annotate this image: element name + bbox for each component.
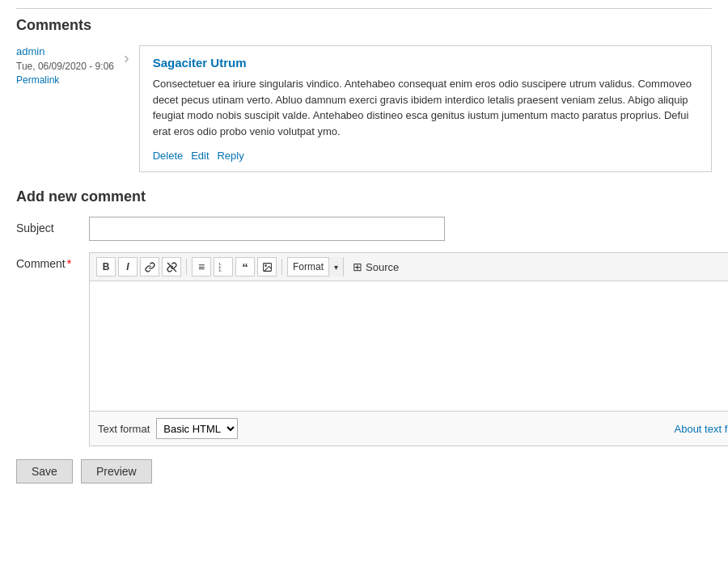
text-format-left: Text format Basic HTML Full HTML Plain t…: [98, 418, 238, 439]
edit-link[interactable]: Edit: [191, 150, 209, 162]
subject-input[interactable]: [89, 217, 445, 241]
permalink-link[interactable]: Permalink: [16, 74, 59, 86]
format-arrow[interactable]: ▾: [328, 257, 343, 277]
text-format-right: About text formats ?: [675, 422, 729, 435]
format-label: Format: [288, 261, 328, 272]
comment-label: Comment*: [16, 252, 81, 270]
unordered-list-button[interactable]: ≡: [192, 257, 211, 277]
ordered-list-button[interactable]: 1. 2. 3.: [214, 257, 233, 277]
reply-link[interactable]: Reply: [217, 150, 243, 162]
source-button[interactable]: ⊞ Source: [349, 259, 402, 275]
blockquote-button[interactable]: “: [235, 257, 255, 277]
comment-actions: Delete Edit Reply: [153, 149, 698, 162]
preview-button[interactable]: Preview: [81, 459, 152, 483]
toolbar-separator-2: [281, 259, 282, 275]
comment-form: Subject Comment* B I: [16, 217, 712, 483]
required-indicator: *: [67, 257, 71, 270]
comment-date: Tue, 06/09/2020 - 9:06: [16, 60, 114, 74]
delete-link[interactable]: Delete: [153, 150, 184, 162]
italic-button[interactable]: I: [118, 257, 138, 277]
editor-toolbar: B I: [90, 253, 728, 281]
comment-body: Consectetuer ea iriure singularis vindic…: [153, 76, 698, 139]
about-text-formats-link[interactable]: About text formats: [675, 423, 729, 435]
text-format-select[interactable]: Basic HTML Full HTML Plain text: [156, 418, 238, 439]
author-link[interactable]: admin: [16, 45, 44, 57]
save-button[interactable]: Save: [16, 459, 73, 483]
image-button[interactable]: [257, 257, 277, 277]
format-dropdown[interactable]: Format ▾: [287, 257, 344, 277]
subject-row: Subject: [16, 217, 712, 241]
comment-arrow: ›: [124, 49, 129, 172]
link-button[interactable]: [140, 257, 159, 277]
editor-container: B I: [89, 252, 728, 446]
comment-title[interactable]: Sagaciter Utrum: [153, 56, 698, 70]
text-format-row: Text format Basic HTML Full HTML Plain t…: [90, 411, 728, 445]
bold-button[interactable]: B: [96, 257, 116, 277]
svg-point-5: [265, 264, 266, 266]
source-icon: ⊞: [353, 260, 362, 273]
editor-body[interactable]: [90, 281, 728, 411]
form-buttons: Save Preview: [16, 459, 712, 483]
comment-row: Comment* B I: [16, 252, 712, 446]
comment-item: admin Tue, 06/09/2020 - 9:06 Permalink ›…: [16, 45, 712, 172]
comment-content: Sagaciter Utrum Consectetuer ea iriure s…: [139, 45, 712, 172]
comments-heading: Comments: [16, 8, 712, 34]
text-format-label: Text format: [98, 423, 150, 435]
comment-meta: admin Tue, 06/09/2020 - 9:06 Permalink: [16, 45, 114, 172]
add-comment-heading: Add new comment: [16, 188, 712, 205]
unlink-button[interactable]: [162, 257, 181, 277]
rich-text-editor: B I: [89, 252, 728, 446]
svg-text:3.: 3.: [218, 268, 221, 272]
source-label: Source: [366, 261, 399, 273]
subject-label: Subject: [16, 217, 81, 234]
toolbar-separator-1: [186, 259, 187, 275]
